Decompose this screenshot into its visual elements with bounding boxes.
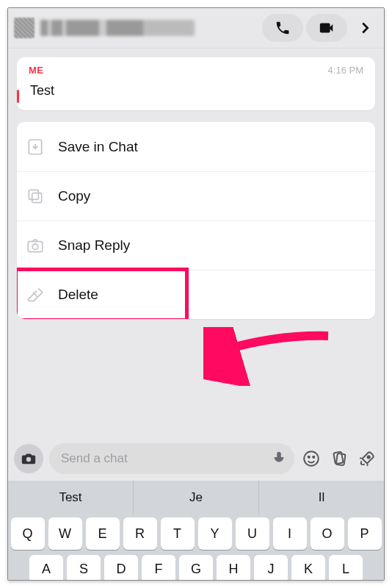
- suggestion[interactable]: Il: [259, 481, 384, 514]
- selected-message[interactable]: ME 4:16 PM Test: [17, 57, 375, 110]
- key[interactable]: E: [86, 517, 120, 550]
- annotation-arrow: [203, 327, 335, 386]
- svg-rect-1: [32, 193, 42, 203]
- message-time: 4:16 PM: [328, 65, 363, 76]
- key-row-2: A S D F G H J K L: [8, 552, 384, 581]
- menu-label: Copy: [58, 188, 90, 204]
- key[interactable]: S: [67, 555, 101, 581]
- suggestion[interactable]: Je: [134, 481, 259, 514]
- chat-settings-chevron[interactable]: [352, 20, 378, 36]
- svg-point-8: [313, 456, 314, 458]
- menu-save-in-chat[interactable]: Save in Chat: [17, 122, 375, 171]
- message-text: Test: [29, 83, 363, 98]
- svg-rect-2: [29, 190, 38, 199]
- rocket-button[interactable]: [356, 448, 378, 470]
- keyboard: Test Je Il Q W E R T Y U I O P A S D F G…: [8, 481, 384, 580]
- avatar[interactable]: [14, 18, 35, 38]
- key[interactable]: Q: [11, 517, 45, 550]
- memories-button[interactable]: [328, 448, 350, 470]
- key[interactable]: F: [142, 555, 175, 581]
- key[interactable]: I: [273, 517, 307, 550]
- key[interactable]: A: [29, 555, 63, 581]
- voice-note-button[interactable]: [271, 450, 287, 470]
- camera-icon: [26, 236, 45, 255]
- cards-icon: [330, 449, 349, 468]
- key[interactable]: W: [48, 517, 82, 550]
- smiley-icon: [302, 449, 321, 468]
- save-icon: [26, 137, 45, 157]
- key[interactable]: O: [311, 517, 344, 550]
- chat-input[interactable]: Send a chat: [49, 443, 294, 474]
- suggestion[interactable]: Test: [8, 481, 134, 514]
- voice-call-button[interactable]: [262, 14, 303, 42]
- key[interactable]: J: [254, 555, 288, 581]
- camera-button[interactable]: [14, 444, 43, 473]
- phone-icon: [275, 20, 291, 36]
- menu-snap-reply[interactable]: Snap Reply: [17, 220, 375, 270]
- sticker-button[interactable]: [300, 448, 322, 470]
- camera-fill-icon: [21, 451, 37, 467]
- mic-icon: [271, 450, 287, 466]
- key[interactable]: D: [104, 555, 138, 581]
- key[interactable]: H: [217, 555, 250, 581]
- rocket-icon: [357, 449, 377, 468]
- svg-point-6: [304, 451, 319, 466]
- contact-name-redacted[interactable]: [40, 20, 195, 36]
- eraser-icon: [26, 285, 45, 304]
- chevron-right-icon: [357, 20, 373, 36]
- key[interactable]: K: [291, 555, 325, 581]
- menu-label: Save in Chat: [58, 139, 138, 155]
- menu-label: Snap Reply: [58, 237, 130, 254]
- suggestion-bar: Test Je Il: [8, 481, 384, 514]
- chat-composer: Send a chat: [8, 437, 384, 481]
- message-context-menu: Save in Chat Copy Snap Reply Delete: [17, 122, 375, 319]
- svg-point-7: [308, 456, 310, 458]
- chat-header: [8, 8, 384, 49]
- key-row-1: Q W E R T Y U I O P: [8, 514, 384, 553]
- video-icon: [319, 20, 335, 36]
- key[interactable]: T: [161, 517, 195, 550]
- sender-label: ME: [29, 65, 44, 76]
- chat-placeholder: Send a chat: [61, 451, 128, 466]
- video-call-button[interactable]: [306, 14, 347, 42]
- svg-point-4: [32, 244, 38, 250]
- app-frame: ME 4:16 PM Test Save in Chat Copy Snap R…: [7, 7, 385, 581]
- menu-delete[interactable]: Delete: [17, 270, 375, 319]
- key[interactable]: L: [329, 555, 363, 581]
- chat-area: ME 4:16 PM Test Save in Chat Copy Snap R…: [8, 49, 384, 319]
- key[interactable]: P: [348, 517, 382, 550]
- menu-copy[interactable]: Copy: [17, 171, 375, 220]
- svg-point-5: [26, 457, 31, 462]
- svg-point-11: [368, 456, 370, 458]
- key[interactable]: U: [236, 517, 269, 550]
- svg-rect-3: [28, 242, 43, 252]
- copy-icon: [26, 187, 45, 206]
- key[interactable]: Y: [198, 517, 232, 550]
- menu-label: Delete: [58, 287, 98, 303]
- key[interactable]: R: [123, 517, 157, 550]
- key[interactable]: G: [179, 555, 213, 581]
